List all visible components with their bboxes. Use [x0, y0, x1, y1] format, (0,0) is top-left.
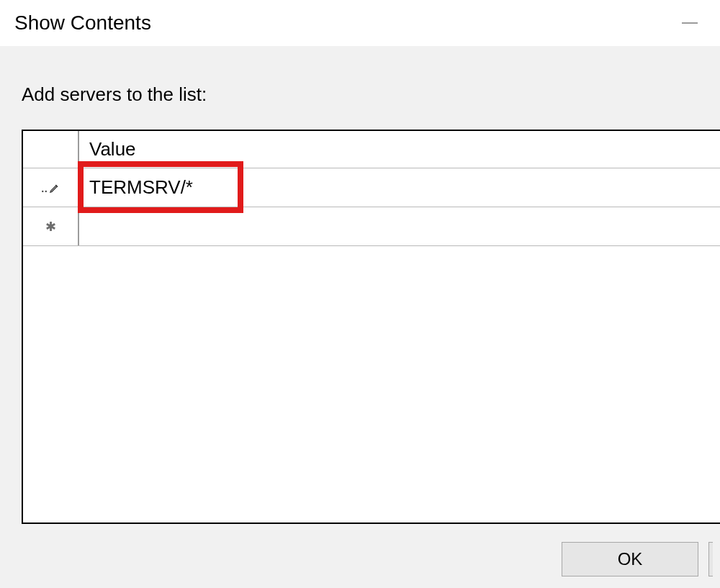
grid-header-row: Value — [23, 131, 720, 168]
ok-button-label: OK — [618, 549, 643, 569]
grid-row-edit[interactable]: .. TERMSRV/* — [23, 168, 720, 207]
grid-header-marker — [23, 131, 79, 168]
prompt-label: Add servers to the list: — [22, 83, 207, 106]
pencil-icon: .. — [40, 179, 60, 196]
ok-button[interactable]: OK — [562, 542, 698, 576]
grid-row-new[interactable]: ✱ — [23, 207, 720, 246]
dialog-body: Add servers to the list: Value .. TERMSR… — [0, 46, 720, 588]
minimize-button[interactable] — [677, 10, 703, 36]
title-bar: Show Contents — [0, 0, 720, 46]
grid-header-value: Value — [79, 131, 720, 168]
cancel-button-cropped[interactable] — [708, 542, 713, 576]
minimize-icon — [682, 22, 698, 24]
window-title: Show Contents — [14, 12, 151, 35]
server-list-grid[interactable]: Value .. TERMSRV/* ✱ — [22, 130, 720, 524]
dialog-footer: OK — [0, 530, 720, 588]
grid-cell-value-0[interactable]: TERMSRV/* — [79, 168, 720, 207]
row-marker-new: ✱ — [23, 207, 79, 245]
asterisk-icon: ✱ — [45, 219, 56, 235]
row-marker-edit: .. — [23, 168, 79, 207]
grid-cell-value-1[interactable] — [79, 207, 720, 245]
